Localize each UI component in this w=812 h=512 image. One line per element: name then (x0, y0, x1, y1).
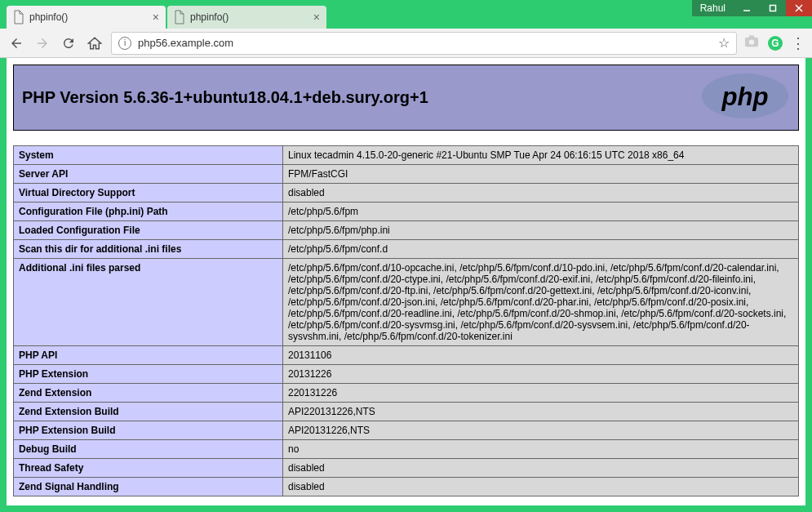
tab-title: phpinfo() (29, 11, 68, 23)
table-row: Configuration File (php.ini) Path/etc/ph… (14, 203, 799, 221)
page-content: PHP Version 5.6.36-1+ubuntu18.04.1+deb.s… (7, 58, 805, 505)
svg-point-5 (749, 39, 754, 44)
user-badge[interactable]: Rahul (692, 0, 734, 16)
row-label: PHP API (14, 346, 283, 365)
row-label: Zend Extension Build (14, 403, 283, 421)
window-minimize-button[interactable] (734, 0, 760, 16)
svg-rect-1 (770, 6, 776, 11)
grammarly-icon[interactable]: G (768, 36, 783, 51)
back-button[interactable] (7, 33, 26, 53)
svg-rect-6 (749, 36, 754, 38)
row-value: /etc/php/5.6/fpm/conf.d (283, 240, 799, 259)
bookmark-star-icon[interactable]: ☆ (718, 35, 730, 51)
browser-toolbar: i php56.example.com ☆ G ⋮ (0, 29, 812, 58)
row-value: 220131226 (283, 384, 799, 403)
table-row: PHP API20131106 (14, 346, 799, 365)
window-maximize-button[interactable] (760, 0, 786, 16)
row-label: PHP Extension (14, 365, 283, 384)
table-row: Server APIFPM/FastCGI (14, 165, 799, 184)
row-label: Virtual Directory Support (14, 184, 283, 203)
row-value: FPM/FastCGI (283, 165, 799, 184)
table-row: Debug Buildno (14, 440, 799, 459)
table-row: Zend Extension220131226 (14, 384, 799, 403)
table-row: Virtual Directory Supportdisabled (14, 184, 799, 203)
url-text: php56.example.com (138, 37, 233, 49)
row-value: disabled (283, 459, 799, 478)
reload-button[interactable] (59, 33, 78, 53)
row-value: /etc/php/5.6/fpm/conf.d/10-opcache.ini, … (283, 259, 799, 346)
row-label: PHP Extension Build (14, 421, 283, 440)
row-label: Additional .ini files parsed (14, 259, 283, 346)
row-label: Loaded Configuration File (14, 221, 283, 240)
row-value: API20131226,NTS (283, 421, 799, 440)
row-value: API220131226,NTS (283, 403, 799, 421)
row-value: /etc/php/5.6/fpm (283, 203, 799, 221)
phpinfo-table: SystemLinux tecadmin 4.15.0-20-generic #… (13, 145, 799, 496)
table-row: PHP Extension20131226 (14, 365, 799, 384)
browser-tab-0[interactable]: phpinfo() × (7, 6, 166, 29)
forward-button (33, 33, 52, 53)
tab-title: phpinfo() (190, 11, 229, 23)
row-value: 20131106 (283, 346, 799, 365)
row-value: 20131226 (283, 365, 799, 384)
tab-strip: phpinfo() × phpinfo() × (0, 0, 812, 29)
row-label: Zend Signal Handling (14, 478, 283, 496)
address-bar[interactable]: i php56.example.com ☆ (111, 32, 737, 55)
window-close-button[interactable] (786, 0, 812, 16)
browser-tab-1[interactable]: phpinfo() × (167, 6, 326, 29)
table-row: PHP Extension BuildAPI20131226,NTS (14, 421, 799, 440)
close-icon[interactable]: × (313, 11, 320, 24)
file-icon (13, 10, 24, 24)
php-logo: php (700, 72, 790, 123)
file-icon (174, 10, 185, 24)
menu-icon[interactable]: ⋮ (791, 41, 805, 46)
page-title: PHP Version 5.6.36-1+ubuntu18.04.1+deb.s… (22, 88, 428, 107)
close-icon[interactable]: × (153, 11, 159, 24)
row-label: Thread Safety (14, 459, 283, 478)
row-value: no (283, 440, 799, 459)
row-value: Linux tecadmin 4.15.0-20-generic #21-Ubu… (283, 146, 799, 165)
row-value: disabled (283, 184, 799, 203)
php-header: PHP Version 5.6.36-1+ubuntu18.04.1+deb.s… (13, 65, 799, 131)
table-row: Zend Extension BuildAPI220131226,NTS (14, 403, 799, 421)
row-value: /etc/php/5.6/fpm/php.ini (283, 221, 799, 240)
row-value: disabled (283, 478, 799, 496)
site-info-icon[interactable]: i (118, 37, 131, 50)
svg-text:php: php (721, 82, 768, 111)
table-row: Loaded Configuration File/etc/php/5.6/fp… (14, 221, 799, 240)
table-row: Scan this dir for additional .ini files/… (14, 240, 799, 259)
row-label: Scan this dir for additional .ini files (14, 240, 283, 259)
row-label: Debug Build (14, 440, 283, 459)
row-label: Zend Extension (14, 384, 283, 403)
row-label: Configuration File (php.ini) Path (14, 203, 283, 221)
row-label: Server API (14, 165, 283, 184)
table-row: SystemLinux tecadmin 4.15.0-20-generic #… (14, 146, 799, 165)
table-row: Zend Signal Handlingdisabled (14, 478, 799, 496)
home-button[interactable] (85, 33, 104, 53)
row-label: System (14, 146, 283, 165)
table-row: Additional .ini files parsed/etc/php/5.6… (14, 259, 799, 346)
camera-icon[interactable] (743, 34, 760, 51)
table-row: Thread Safetydisabled (14, 459, 799, 478)
